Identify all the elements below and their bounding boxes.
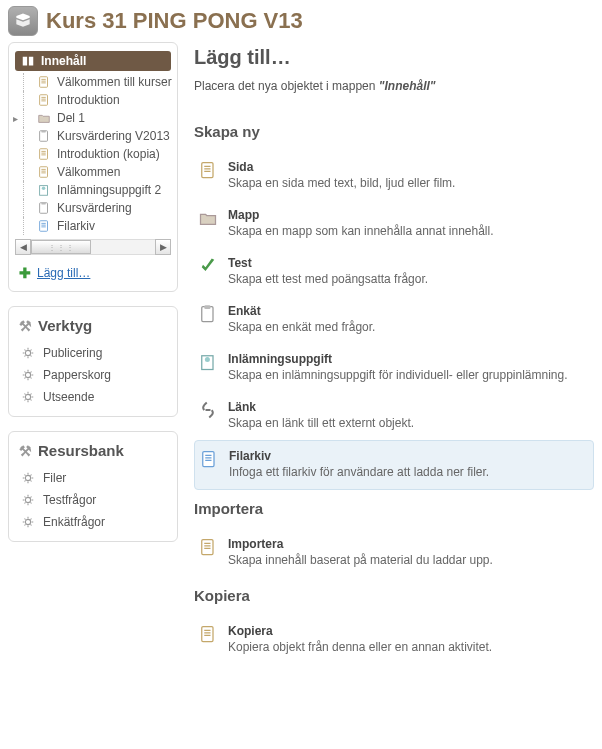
option-label: Kopiera <box>228 624 590 640</box>
panel-item-label: Publicering <box>43 346 102 360</box>
option-desc: Skapa ett test med poängsatta frågor. <box>228 272 590 286</box>
svg-point-12 <box>25 372 30 377</box>
page-icon <box>37 93 51 107</box>
panel-item-label: Filer <box>43 471 66 485</box>
assignment-icon <box>37 183 51 197</box>
tree-item-label: Välkommen till kurser <box>57 75 172 89</box>
tree-item-1[interactable]: Introduktion <box>9 91 177 109</box>
main-title: Lägg till… <box>194 42 594 79</box>
svg-rect-22 <box>203 452 214 467</box>
resursbank-item-1[interactable]: Testfrågor <box>9 489 177 511</box>
tree-root-innehall[interactable]: Innehåll <box>15 51 171 71</box>
option-label: Importera <box>228 537 590 553</box>
page-icon <box>198 624 218 644</box>
option-desc: Skapa en sida med text, bild, ljud eller… <box>228 176 590 190</box>
svg-rect-0 <box>40 77 48 88</box>
importera-option-0[interactable]: ImporteraSkapa innehåll baserat på mater… <box>194 529 594 577</box>
verktyg-item-0[interactable]: Publicering <box>9 342 177 364</box>
scroll-right-button[interactable]: ▶ <box>155 239 171 255</box>
svg-rect-23 <box>202 540 213 555</box>
tree-item-6[interactable]: Inlämningsuppgift 2 <box>9 181 177 199</box>
tree-item-label: Del 1 <box>57 111 85 125</box>
survey-icon <box>37 129 51 143</box>
option-label: Filarkiv <box>229 449 589 465</box>
tree-horizontal-scrollbar[interactable]: ◀ ⋮⋮⋮ ▶ <box>15 239 171 255</box>
svg-rect-19 <box>204 305 210 309</box>
svg-rect-1 <box>40 95 48 106</box>
folder-icon <box>198 208 218 228</box>
svg-point-21 <box>205 357 210 362</box>
verktyg-title: Verktyg <box>38 317 92 334</box>
tree-item-7[interactable]: Kursvärdering <box>9 199 177 217</box>
option-label: Test <box>228 256 590 272</box>
panel-item-label: Papperskorg <box>43 368 111 382</box>
scroll-left-button[interactable]: ◀ <box>15 239 31 255</box>
survey-icon <box>37 201 51 215</box>
tree-item-4[interactable]: Introduktion (kopia) <box>9 145 177 163</box>
section-importera-title: Importera <box>194 490 594 529</box>
link-icon <box>198 400 218 420</box>
option-desc: Infoga ett filarkiv för användare att la… <box>229 465 589 479</box>
resources-icon: ⚒ <box>19 443 32 459</box>
gear-icon <box>21 515 35 529</box>
tree-item-label: Inlämningsuppgift 2 <box>57 183 161 197</box>
skapa-ny-option-4[interactable]: InlämningsuppgiftSkapa en inlämningsuppg… <box>194 344 594 392</box>
svg-rect-4 <box>40 149 48 160</box>
folder-icon <box>37 111 51 125</box>
skapa-ny-option-1[interactable]: MappSkapa en mapp som kan innehålla anna… <box>194 200 594 248</box>
tree-item-3[interactable]: Kursvärdering V2013 <box>9 127 177 145</box>
tree-item-0[interactable]: Välkommen till kurser <box>9 73 177 91</box>
resursbank-title: Resursbank <box>38 442 124 459</box>
verktyg-panel: ⚒ Verktyg PubliceringPapperskorgUtseende <box>8 306 178 417</box>
course-icon <box>8 6 38 36</box>
page-title: Kurs 31 PING PONG V13 <box>46 8 303 34</box>
svg-point-14 <box>25 475 30 480</box>
tree-item-label: Välkommen <box>57 165 120 179</box>
option-label: Länk <box>228 400 590 416</box>
option-desc: Skapa en enkät med frågor. <box>228 320 590 334</box>
scroll-thumb[interactable]: ⋮⋮⋮ <box>31 240 91 254</box>
tools-icon: ⚒ <box>19 318 32 334</box>
plus-icon: ✚ <box>19 265 31 281</box>
svg-point-15 <box>25 497 30 502</box>
scroll-track[interactable]: ⋮⋮⋮ <box>31 239 155 255</box>
skapa-ny-option-0[interactable]: SidaSkapa en sida med text, bild, ljud e… <box>194 152 594 200</box>
tree-item-2[interactable]: Del 1 <box>9 109 177 127</box>
tree-item-5[interactable]: Välkommen <box>9 163 177 181</box>
skapa-ny-option-5[interactable]: LänkSkapa en länk till ett externt objek… <box>194 392 594 440</box>
svg-rect-3 <box>41 130 45 133</box>
kopiera-option-0[interactable]: KopieraKopiera objekt från denna eller e… <box>194 616 594 664</box>
page-icon <box>198 160 218 180</box>
gear-icon <box>21 368 35 382</box>
tree-item-8[interactable]: Filarkiv <box>9 217 177 235</box>
add-link[interactable]: Lägg till… <box>37 266 90 280</box>
filearchive-icon <box>37 219 51 233</box>
resursbank-item-0[interactable]: Filer <box>9 467 177 489</box>
tree-item-label: Kursvärdering <box>57 201 132 215</box>
tree-root-label: Innehåll <box>41 54 86 68</box>
skapa-ny-option-6[interactable]: FilarkivInfoga ett filarkiv för användar… <box>194 440 594 490</box>
survey-icon <box>198 304 218 324</box>
panel-item-label: Testfrågor <box>43 493 96 507</box>
tree-item-label: Introduktion (kopia) <box>57 147 160 161</box>
verktyg-item-2[interactable]: Utseende <box>9 386 177 408</box>
breadcrumb: Placera det nya objektet i mappen "Inneh… <box>194 79 594 113</box>
gear-icon <box>21 471 35 485</box>
svg-rect-5 <box>40 167 48 178</box>
skapa-ny-option-2[interactable]: TestSkapa ett test med poängsatta frågor… <box>194 248 594 296</box>
content-tree-panel: Innehåll Välkommen till kurserIntrodukti… <box>8 42 178 292</box>
svg-point-7 <box>42 187 46 191</box>
skapa-ny-option-3[interactable]: EnkätSkapa en enkät med frågor. <box>194 296 594 344</box>
resursbank-item-2[interactable]: Enkätfrågor <box>9 511 177 533</box>
gear-icon <box>21 493 35 507</box>
page-icon <box>37 75 51 89</box>
filearchive-icon <box>199 449 219 469</box>
svg-point-16 <box>25 519 30 524</box>
page-icon <box>37 165 51 179</box>
svg-rect-17 <box>202 163 213 178</box>
option-desc: Skapa en inlämningsuppgift för individue… <box>228 368 590 382</box>
option-desc: Kopiera objekt från denna eller en annan… <box>228 640 590 654</box>
option-desc: Skapa en mapp som kan innehålla annat in… <box>228 224 590 238</box>
verktyg-item-1[interactable]: Papperskorg <box>9 364 177 386</box>
tree-item-label: Filarkiv <box>57 219 95 233</box>
